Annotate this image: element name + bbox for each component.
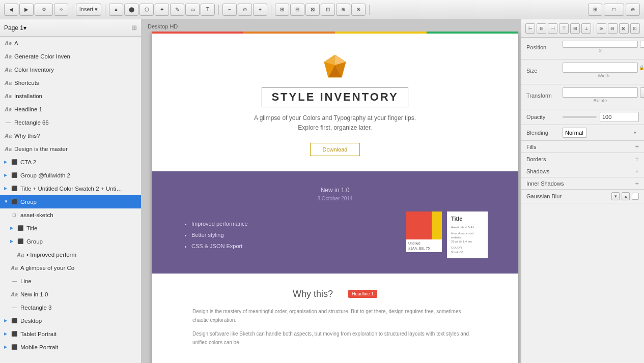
x-input[interactable] bbox=[563, 41, 638, 48]
layer-item-title-untitled[interactable]: ▶ ⬛ Title + Untitled Color Swatch 2 + Un… bbox=[0, 182, 141, 195]
toolbar-extra-btn[interactable]: ✧ bbox=[54, 4, 68, 16]
layer-item-tablet-portrait[interactable]: ▶ ⬛ Tablet Portrait bbox=[0, 327, 141, 341]
layer-item-improved-perform[interactable]: Aa • Improved perform bbox=[0, 248, 141, 261]
layer-item-glimpse[interactable]: Aa A glimpse of your Co bbox=[0, 261, 141, 275]
inner-shadows-section-header[interactable]: Inner Shadows + bbox=[521, 177, 644, 190]
layer-item-rect66[interactable]: — Rectangle 66 bbox=[0, 116, 141, 129]
layer-item-shortcuts[interactable]: Aa Shortcuts bbox=[0, 76, 141, 89]
blending-select[interactable]: Normal Multiply Screen Overlay bbox=[563, 128, 587, 138]
toolbar-forward-btn[interactable]: ▶ bbox=[19, 4, 34, 16]
toolbar-zoom-out-btn[interactable]: − bbox=[222, 4, 237, 16]
download-button[interactable]: Download bbox=[310, 143, 360, 156]
toolbar-triangle-btn[interactable]: ▲ bbox=[109, 4, 123, 16]
page-options-icon[interactable]: ⊞ bbox=[131, 24, 137, 32]
inspector-position-section: Position X Y bbox=[521, 38, 644, 59]
spacing-h-btn[interactable]: ⊠ bbox=[619, 23, 629, 34]
canvas-scroll[interactable]: STYLE INVENTORY A glimpse of your Colors… bbox=[142, 32, 521, 363]
layer-item-a[interactable]: Aa A bbox=[0, 37, 141, 50]
layer-item-rect3[interactable]: — Rectangle 3 bbox=[0, 301, 141, 314]
layer-item-color-inventory[interactable]: Aa Color Inventory bbox=[0, 63, 141, 76]
constrain-icon[interactable]: 🔒 bbox=[639, 65, 644, 70]
gaussian-checkbox[interactable] bbox=[632, 193, 639, 200]
opacity-input[interactable] bbox=[600, 112, 639, 122]
layer-item-group-selected[interactable]: ▼ ⬛ Group bbox=[0, 195, 141, 208]
type-card: Title Avenir Next Bold How does a cool w… bbox=[447, 211, 488, 258]
layer-item-why[interactable]: Aa Why this? bbox=[0, 129, 141, 142]
toolbar-star-btn[interactable]: ✦ bbox=[155, 4, 169, 16]
layer-item-title[interactable]: ▶ ⬛ Title bbox=[0, 222, 141, 235]
layer-item-asset-sketch[interactable]: ⊡ asset-sketch bbox=[0, 208, 141, 222]
gaussian-stepper-down[interactable]: ▾ bbox=[611, 192, 620, 200]
toolbar-group-btn[interactable]: ⊠ bbox=[305, 4, 320, 16]
distribute-h-btn[interactable]: ⊜ bbox=[597, 23, 606, 34]
top-bar-red bbox=[152, 32, 243, 34]
align-bottom-btn[interactable]: ⊥ bbox=[581, 23, 591, 34]
opacity-slider[interactable] bbox=[563, 116, 597, 118]
inspector-transform-section: Transform Rotate ↔ ↕ Flip bbox=[521, 84, 644, 109]
toolbar-layers-btn[interactable]: ⊞ bbox=[588, 4, 602, 16]
page-selector[interactable]: Page 1 ▾ ⊞ bbox=[0, 19, 141, 37]
align-top-btn[interactable]: ⊤ bbox=[559, 23, 569, 34]
toolbar-boolean-btn[interactable]: ⊕ bbox=[336, 4, 350, 16]
layer-item-mobile-portrait[interactable]: ▶ ⬛ Mobile Portrait bbox=[0, 341, 141, 354]
toolbar-ungroup-btn[interactable]: ⊡ bbox=[321, 4, 335, 16]
toolbar-polygon-btn[interactable]: ⬠ bbox=[139, 4, 154, 16]
layer-item-cta2[interactable]: ▶ ⬛ CTA 2 bbox=[0, 156, 141, 169]
fills-add-icon[interactable]: + bbox=[635, 143, 639, 150]
toolbar-text-btn[interactable]: T bbox=[201, 4, 215, 16]
borders-add-icon[interactable]: + bbox=[635, 156, 639, 162]
expand-icon: ▶ bbox=[4, 186, 9, 191]
layer-item-group-inner[interactable]: ▶ ⬛ Group bbox=[0, 235, 141, 248]
shadows-add-icon[interactable]: + bbox=[635, 168, 639, 174]
features-list: Improved performance Better styling CSS … bbox=[182, 218, 248, 252]
shadows-section-header[interactable]: Shadows + bbox=[521, 165, 644, 177]
main-layout: Page 1 ▾ ⊞ Aa A Aa Generate Color Inven … bbox=[0, 19, 644, 363]
layer-item-design-master[interactable]: Aa Design is the master bbox=[0, 142, 141, 156]
x-input-wrap: X bbox=[563, 41, 638, 53]
toolbar-rect-btn[interactable]: ▭ bbox=[185, 4, 200, 16]
toolbar-back-btn[interactable]: ◀ bbox=[4, 4, 18, 16]
inner-shadows-add-icon[interactable]: + bbox=[635, 180, 639, 187]
layer-label: Title bbox=[26, 225, 37, 231]
layer-item-group-full2[interactable]: ▶ ⬛ Group @fullwidth 2 bbox=[0, 169, 141, 182]
layer-item-generate[interactable]: Aa Generate Color Inven bbox=[0, 50, 141, 63]
align-center-v-btn[interactable]: ⊞ bbox=[570, 23, 580, 34]
rotate-input[interactable] bbox=[563, 87, 638, 98]
toolbar-inspector-btn[interactable]: □ bbox=[604, 4, 624, 16]
distribute-v-btn[interactable]: ⊟ bbox=[608, 23, 618, 34]
toolbar-zoom-group: − ⊙ + bbox=[222, 4, 267, 16]
text-icon: Aa bbox=[4, 105, 12, 113]
borders-section-header[interactable]: Borders + bbox=[521, 153, 644, 165]
layer-item-installation[interactable]: Aa Installation bbox=[0, 89, 141, 103]
hero-subtitle-line2: Explore first, organize later. bbox=[298, 124, 372, 131]
layer-item-desktop[interactable]: ▶ ⬛ Desktop bbox=[0, 314, 141, 327]
align-center-h-btn[interactable]: ⊟ bbox=[537, 23, 546, 34]
toolbar-export-btn[interactable]: ⊕ bbox=[626, 4, 640, 16]
inspector-opacity-row: Opacity bbox=[521, 109, 644, 125]
layer-label: Title + Untitled Color Swatch 2 + Untitl… bbox=[20, 186, 122, 192]
width-input[interactable] bbox=[563, 63, 638, 73]
expand-icon: ▶ bbox=[4, 345, 9, 349]
flip-h-btn[interactable]: ↔ bbox=[640, 87, 644, 98]
gaussian-stepper-up[interactable]: ▴ bbox=[622, 192, 630, 200]
fills-section-header[interactable]: Fills + bbox=[521, 141, 644, 153]
toolbar-setting-btn[interactable]: ⚙ bbox=[35, 4, 53, 16]
toolbar-distribute-btn[interactable]: ⊟ bbox=[290, 4, 304, 16]
borders-title: Borders bbox=[526, 156, 546, 162]
align-right-btn[interactable]: ⊣ bbox=[548, 23, 557, 34]
type-card-size: How does a cool website28 pt @ 1.4 em bbox=[451, 231, 484, 244]
toolbar-oval-btn[interactable]: ⬤ bbox=[124, 4, 138, 16]
align-left-btn[interactable]: ⊢ bbox=[525, 23, 535, 34]
toolbar-shape-group: ▲ ⬤ ⬠ ✦ ✎ ▭ T bbox=[109, 4, 215, 16]
layer-item-new-in-1[interactable]: Aa New in 1.0 bbox=[0, 288, 141, 301]
layer-label: Group @fullwidth 2 bbox=[20, 172, 70, 178]
toolbar-zoom-in-btn[interactable]: + bbox=[253, 4, 267, 16]
toolbar-path-btn[interactable]: ✎ bbox=[170, 4, 184, 16]
toolbar-align-btn[interactable]: ⊞ bbox=[275, 4, 289, 16]
toolbar-insert-btn[interactable]: Insert ▾ bbox=[76, 4, 101, 16]
spacing-v-btn[interactable]: ⊡ bbox=[630, 23, 640, 34]
toolbar-flatten-btn[interactable]: ⊗ bbox=[351, 4, 366, 16]
layer-item-line[interactable]: — Line bbox=[0, 275, 141, 288]
y-input[interactable] bbox=[640, 41, 644, 48]
layer-item-headline1[interactable]: Aa Headline 1 bbox=[0, 103, 141, 116]
